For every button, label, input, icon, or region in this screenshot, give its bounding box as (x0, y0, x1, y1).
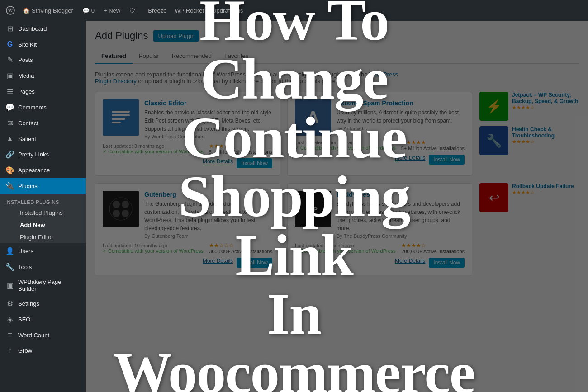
users-icon: 👤 (5, 247, 14, 255)
tools-icon: 🔧 (5, 263, 14, 271)
plugins-icon: 🔌 (5, 182, 14, 190)
sidebar-item-label: Comments (18, 104, 81, 111)
sidebar-item-sitekit[interactable]: G Site Kit (0, 37, 86, 52)
wp-logo[interactable]: W (4, 0, 17, 21)
sidebar-item-wpbakery[interactable]: ▣ WPBakery Page Builder (0, 275, 86, 296)
sidebar-item-label: Plugins (18, 183, 81, 189)
posts-icon: ✎ (5, 56, 14, 64)
plugins-submenu: Installed Plugins Installed Plugins Add … (0, 194, 86, 243)
seo-icon: ◈ (5, 315, 14, 324)
sidebar-item-label: Site Kit (18, 41, 81, 48)
sidebar-item-pages[interactable]: ☰ Pages (0, 84, 86, 99)
security-icon-link[interactable]: 🛡 (126, 0, 139, 21)
sidebar-item-label: Pages (18, 88, 81, 95)
sidebar-item-label: SEO (18, 316, 81, 323)
submenu-item-editor[interactable]: Plugin Editor (0, 231, 86, 243)
sidebar-item-posts[interactable]: ✎ Posts (0, 52, 86, 68)
sidebar-item-seo[interactable]: ◈ SEO (0, 312, 86, 327)
sidebar-item-label: Word Count (18, 332, 81, 339)
sidebar-item-label: Salient (18, 136, 81, 142)
submenu-item-addnew[interactable]: Add New (0, 219, 86, 231)
dashboard-icon: ⊞ (5, 24, 14, 33)
sidebar-item-label: Settings (18, 300, 81, 307)
plugin-links: Breeze WP Rocket UpdraftPlus (144, 0, 247, 21)
sidebar-item-media[interactable]: ▣ Media (0, 68, 86, 84)
sidebar-item-settings[interactable]: ⚙ Settings (0, 296, 86, 312)
sidebar-item-salient[interactable]: ▲ Salient (0, 131, 86, 146)
new-content-link[interactable]: + New (100, 0, 124, 21)
svg-text:W: W (8, 8, 13, 13)
settings-icon: ⚙ (5, 299, 14, 308)
comments-icon: 💬 (5, 103, 14, 112)
prettylinks-icon: 🔗 (5, 150, 14, 159)
home-link[interactable]: 🏠 Striving Blogger (19, 0, 77, 21)
salient-icon: ▲ (5, 135, 14, 143)
sidebar-item-label: Posts (18, 57, 81, 63)
sidebar-item-appearance[interactable]: 🎨 Appearance (0, 162, 86, 178)
shield-icon: 🛡 (129, 7, 135, 14)
breeze-link[interactable]: Breeze (144, 0, 170, 21)
updraftplus-link[interactable]: UpdraftPlus (209, 0, 247, 21)
pages-icon: ☰ (5, 87, 14, 96)
sidebar-item-comments[interactable]: 💬 Comments (0, 99, 86, 115)
sidebar-item-label: Users (18, 248, 81, 255)
sidebar-item-users[interactable]: 👤 Users (0, 243, 86, 259)
comments-link[interactable]: 💬 0 (79, 0, 98, 21)
dark-overlay (86, 21, 588, 392)
contact-icon: ✉ (5, 119, 14, 128)
sidebar-item-contact[interactable]: ✉ Contact (0, 115, 86, 131)
sidebar: ⊞ Dashboard G Site Kit ✎ Posts ▣ Media ☰… (0, 21, 86, 392)
grow-icon: ↑ (5, 346, 14, 354)
sidebar-item-label: WPBakery Page Builder (18, 279, 81, 292)
submenu-item-installed[interactable]: Installed Plugins (0, 207, 86, 219)
sidebar-item-label: Grow (18, 347, 81, 354)
admin-bar: W 🏠 Striving Blogger 💬 0 + New 🛡 Breeze … (0, 0, 588, 21)
sidebar-item-label: Dashboard (18, 25, 81, 32)
submenu-header: Installed Plugins (0, 194, 86, 207)
media-icon: ▣ (5, 71, 14, 80)
sidebar-item-dashboard[interactable]: ⊞ Dashboard (0, 21, 86, 37)
sidebar-item-plugins[interactable]: 🔌 Plugins (0, 178, 86, 194)
comments-icon: 💬 (82, 7, 90, 14)
sitekit-icon: G (5, 40, 14, 48)
sidebar-item-label: Media (18, 72, 81, 79)
sidebar-item-prettylinks[interactable]: 🔗 Pretty Links (0, 146, 86, 162)
appearance-icon: 🎨 (5, 166, 14, 175)
home-icon: 🏠 (23, 7, 30, 14)
wordcount-icon: ≡ (5, 331, 14, 339)
sidebar-item-label: Tools (18, 264, 81, 270)
sidebar-item-label: Appearance (18, 167, 81, 174)
sidebar-item-grow[interactable]: ↑ Grow (0, 343, 86, 358)
wpbakery-icon: ▣ (5, 281, 14, 290)
wprocket-link[interactable]: WP Rocket (171, 0, 208, 21)
sidebar-item-label: Contact (18, 120, 81, 127)
sidebar-item-tools[interactable]: 🔧 Tools (0, 259, 86, 275)
sidebar-item-wordcount[interactable]: ≡ Word Count (0, 327, 86, 343)
sidebar-item-label: Pretty Links (18, 151, 81, 158)
